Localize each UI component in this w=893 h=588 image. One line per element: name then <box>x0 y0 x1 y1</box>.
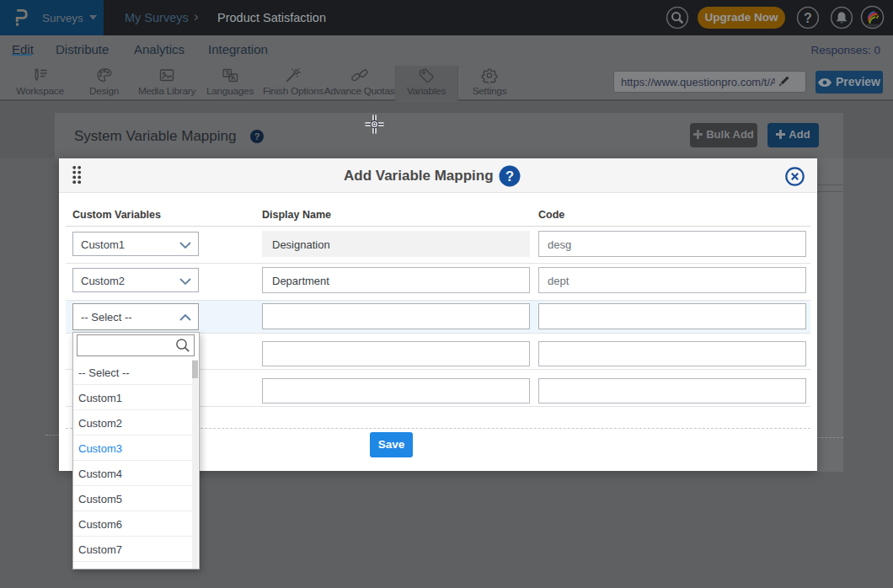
svg-text:?: ? <box>254 131 260 142</box>
svg-text:?: ? <box>505 168 514 184</box>
svg-text:?: ? <box>804 11 812 25</box>
